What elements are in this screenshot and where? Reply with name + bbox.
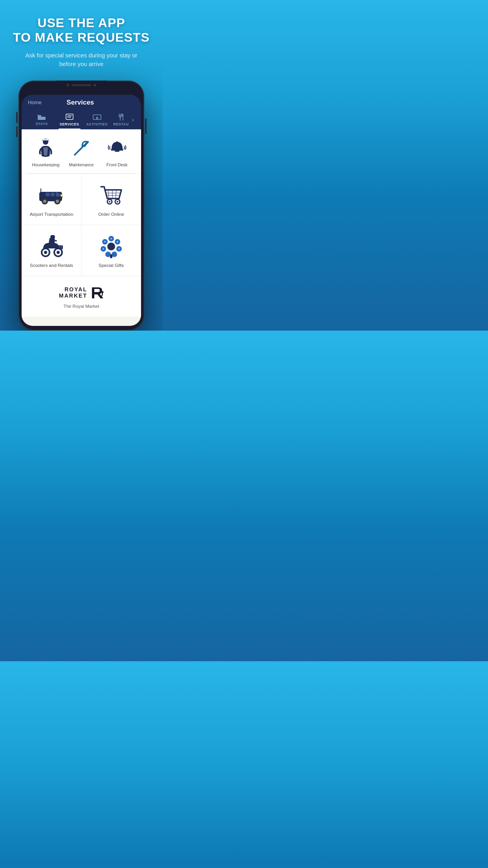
services-icon bbox=[65, 114, 74, 121]
camera-dot bbox=[66, 84, 69, 86]
tab-services-label: SERVICES bbox=[60, 122, 79, 126]
svg-point-25 bbox=[43, 200, 46, 203]
phone-mockup: Home Services bbox=[18, 81, 144, 331]
restaurants-icon bbox=[118, 114, 124, 121]
tab-restaurants-label: RESTAU bbox=[113, 122, 128, 126]
service-order-online[interactable]: Order Online bbox=[82, 174, 141, 224]
svg-rect-58 bbox=[110, 254, 112, 258]
svg-point-54 bbox=[105, 252, 111, 257]
phone-notch bbox=[56, 81, 107, 90]
app-tabs: STAYS SERVICES bbox=[28, 111, 135, 129]
svg-line-31 bbox=[108, 190, 109, 198]
phone-screen: Home Services bbox=[22, 95, 141, 326]
special-gifts-label: Special Gifts bbox=[99, 263, 124, 268]
tab-activities[interactable]: ACTIVITIES bbox=[83, 111, 111, 129]
back-button[interactable]: Home bbox=[28, 99, 42, 105]
svg-point-38 bbox=[109, 201, 110, 202]
svg-rect-29 bbox=[61, 197, 63, 197]
svg-rect-19 bbox=[115, 151, 119, 152]
volume-up-button bbox=[16, 112, 18, 123]
royal-market-brand-line1: ROYAL bbox=[64, 287, 87, 292]
svg-rect-18 bbox=[111, 149, 123, 151]
tab-restaurants[interactable]: RESTAU bbox=[111, 111, 131, 129]
tab-activities-label: ACTIVITIES bbox=[86, 122, 108, 126]
activities-icon bbox=[93, 114, 101, 121]
stays-icon bbox=[37, 114, 46, 120]
svg-rect-42 bbox=[51, 240, 57, 241]
hero-subtitle: Ask for special services during your sta… bbox=[18, 51, 144, 69]
maintenance-icon bbox=[70, 137, 92, 159]
service-royal-market[interactable]: ROYAL MARKET The Royal Market bbox=[22, 276, 141, 316]
svg-point-39 bbox=[117, 201, 118, 202]
svg-point-61 bbox=[118, 248, 120, 250]
svg-rect-22 bbox=[46, 193, 50, 196]
service-airport-transportation[interactable]: Airport Transportation bbox=[22, 174, 81, 224]
svg-rect-4 bbox=[66, 114, 73, 120]
tab-scroll-right-icon[interactable]: › bbox=[131, 114, 135, 127]
screen-title: Services bbox=[66, 99, 94, 107]
service-front-desk[interactable]: Front Desk bbox=[99, 137, 135, 167]
phone-frame: Home Services bbox=[18, 81, 144, 331]
airport-transportation-icon bbox=[38, 184, 65, 207]
special-gifts-icon bbox=[97, 235, 125, 258]
svg-point-60 bbox=[117, 241, 118, 243]
speaker-bar bbox=[72, 84, 91, 86]
royal-market-brand-line2: MARKET bbox=[59, 293, 87, 299]
front-desk-label: Front Desk bbox=[106, 162, 128, 167]
airport-transportation-label: Airport Transportation bbox=[30, 212, 73, 217]
hero-section: USE THE APP TO MAKE REQUESTS Ask for spe… bbox=[0, 0, 163, 81]
royal-market-label: The Royal Market bbox=[64, 304, 99, 309]
maintenance-label: Maintenance bbox=[69, 162, 94, 167]
services-content: Housekeeping bbox=[22, 129, 141, 326]
housekeeping-icon bbox=[35, 137, 57, 159]
svg-rect-15 bbox=[42, 139, 49, 140]
scooters-rentals-label: Scooters and Rentals bbox=[30, 263, 73, 268]
order-online-icon bbox=[97, 184, 125, 207]
svg-point-62 bbox=[103, 248, 104, 250]
svg-point-20 bbox=[116, 141, 118, 143]
svg-point-47 bbox=[44, 251, 47, 254]
volume-down-button bbox=[16, 126, 18, 137]
royal-market-logo: ROYAL MARKET bbox=[59, 286, 104, 300]
tab-services[interactable]: SERVICES bbox=[55, 111, 83, 129]
svg-rect-3 bbox=[38, 114, 39, 120]
svg-point-63 bbox=[104, 241, 106, 243]
svg-point-57 bbox=[107, 243, 115, 250]
hero-title: USE THE APP TO MAKE REQUESTS bbox=[8, 16, 155, 45]
phone-notch-area bbox=[22, 81, 141, 95]
svg-point-27 bbox=[56, 200, 59, 203]
service-scooters-rentals[interactable]: Scooters and Rentals bbox=[22, 225, 81, 276]
top-services-row: Housekeeping bbox=[22, 129, 141, 173]
svg-rect-2 bbox=[39, 115, 41, 117]
svg-rect-28 bbox=[61, 194, 62, 197]
service-maintenance[interactable]: Maintenance bbox=[64, 137, 99, 167]
front-desk-icon bbox=[106, 137, 128, 159]
tab-stays-label: STAYS bbox=[36, 122, 48, 126]
app-header: Home Services bbox=[22, 95, 141, 129]
sensor-dot bbox=[94, 84, 96, 86]
scooters-rentals-icon bbox=[38, 235, 65, 258]
power-button bbox=[145, 118, 147, 134]
svg-point-53 bbox=[112, 252, 117, 257]
grid-services: Airport Transportation bbox=[22, 174, 141, 317]
svg-point-64 bbox=[101, 291, 103, 293]
tab-stays[interactable]: STAYS bbox=[28, 112, 55, 129]
service-housekeeping[interactable]: Housekeeping bbox=[28, 137, 64, 167]
svg-rect-1 bbox=[38, 119, 46, 120]
svg-rect-23 bbox=[51, 193, 55, 196]
app-nav-row: Home Services bbox=[28, 99, 135, 107]
order-online-label: Order Online bbox=[98, 212, 124, 217]
svg-line-33 bbox=[116, 190, 116, 198]
service-special-gifts[interactable]: Special Gifts bbox=[82, 225, 141, 276]
housekeeping-label: Housekeeping bbox=[32, 162, 59, 167]
svg-point-49 bbox=[57, 251, 60, 254]
svg-point-59 bbox=[110, 238, 112, 239]
